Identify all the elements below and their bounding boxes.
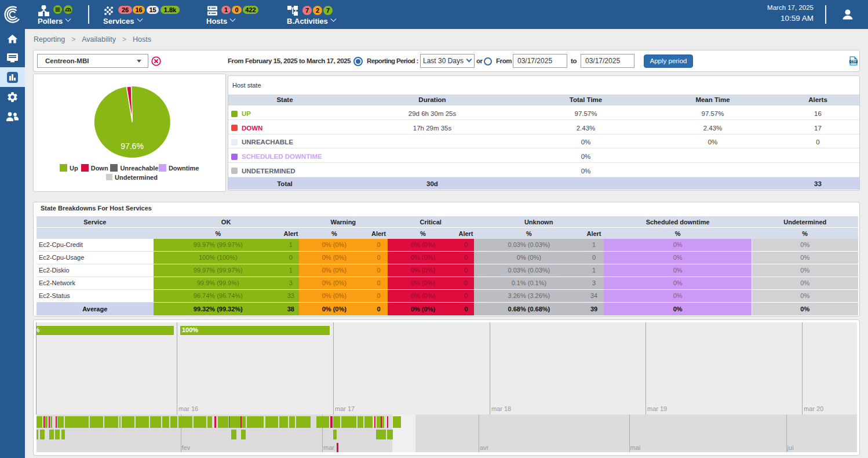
svg-text:CSV: CSV	[851, 60, 857, 63]
